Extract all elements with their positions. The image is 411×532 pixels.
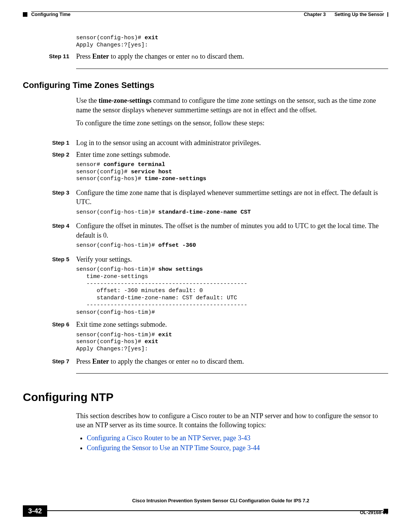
running-footer: Cisco Intrusion Prevention System Sensor…	[23, 498, 388, 517]
step-text: to apply the changes or enter	[109, 358, 191, 365]
tz-step-6: Step 6 Exit time zone settings submode. …	[23, 320, 388, 353]
code-prompt: sensor(config-hos)#	[76, 176, 145, 182]
footer-book-title: Cisco Intrusion Prevention System Sensor…	[53, 498, 388, 504]
code-prompt: sensor(config-hos-tim)#	[76, 242, 158, 249]
header-chapter-label: Chapter 3	[304, 11, 326, 18]
header-section: Configuring Time	[31, 11, 70, 18]
step-text: Press	[76, 358, 92, 365]
code-prompt: sensor(config-hos)#	[76, 35, 145, 41]
step-text: Exit time zone settings submode.	[76, 320, 388, 329]
heading-ntp: Configuring NTP	[23, 390, 388, 405]
code-prompt: sensor(config)#	[76, 169, 131, 175]
code-prompt: sensor(config-hos-tim)#	[76, 209, 158, 216]
header-bar-icon	[387, 12, 389, 17]
step-text: Press	[76, 53, 92, 60]
xref-link-ntp-sensor[interactable]: Configuring the Sensor to Use an NTP Tim…	[87, 444, 260, 452]
code-prompt: sensor(config-hos-tim)#	[76, 332, 158, 338]
code-prompt: Apply Changes:?[yes]:	[76, 346, 148, 352]
inline-mono: no	[191, 54, 198, 61]
header-square-icon	[23, 12, 27, 17]
doc-number: OL-29168-01	[360, 510, 388, 516]
step-text: to discard them.	[198, 53, 244, 60]
code-cmd: exit	[158, 332, 172, 338]
inline-bold: Enter	[92, 358, 109, 365]
tz-step-1: Step 1 Log in to the sensor using an acc…	[23, 138, 388, 147]
heading-tz-settings: Configuring Time Zones Settings	[23, 80, 388, 91]
step-label: Step 4	[23, 221, 76, 249]
step-text: to apply the changes or enter	[109, 53, 191, 60]
code-cmd: time-zone-settings	[145, 176, 206, 182]
step-label: Step 5	[23, 255, 76, 316]
code-prompt: sensor(config-hos)#	[76, 339, 145, 345]
ntp-para: This section describes how to configure …	[76, 411, 388, 430]
code-cmd: exit	[145, 35, 158, 41]
step-text: Log in to the sensor using an account wi…	[76, 139, 261, 147]
tz-para-1: Use the time-zone-settings command to co…	[76, 96, 388, 115]
code-cmd: show settings	[158, 266, 203, 273]
inline-mono: no	[191, 359, 198, 366]
step-label: Step 7	[23, 357, 76, 366]
tz-para-2: To configure the time zone settings on t…	[76, 118, 388, 128]
tz-step-5: Step 5 Verify your settings. sensor(conf…	[23, 255, 388, 316]
code-cmd: service host	[131, 169, 172, 175]
tz-step-3: Step 3 Configure the time zone name that…	[23, 188, 388, 216]
section-divider	[76, 373, 388, 374]
page-number-badge: 3-42	[23, 505, 47, 517]
step-text: Enter time zone settings submode.	[76, 150, 388, 159]
list-item: Configuring a Cisco Router to be an NTP …	[87, 433, 388, 443]
ntp-topic-list: Configuring a Cisco Router to be an NTP …	[76, 433, 388, 453]
tz-step-4: Step 4 Configure the offset in minutes. …	[23, 221, 388, 249]
code-output: time-zone-settings ---------------------…	[76, 273, 388, 316]
code-prompt: Apply Changes:?[yes]:	[76, 42, 148, 48]
step-text: to discard them.	[198, 358, 244, 365]
step-label: Step 2	[23, 150, 76, 183]
step-11: Step 11 Press Enter to apply the changes…	[23, 52, 388, 61]
step-label: Step 11	[23, 52, 76, 61]
step-label: Step 1	[23, 138, 76, 147]
list-item: Configuring the Sensor to Use an NTP Tim…	[87, 443, 388, 452]
code-cmd: exit	[145, 339, 158, 345]
section-divider	[76, 69, 388, 69]
code-cmd: configure terminal	[104, 161, 165, 168]
step-text: Configure the offset in minutes. The off…	[76, 221, 388, 240]
step-label: Step 6	[23, 320, 76, 353]
xref-link-ntp-router[interactable]: Configuring a Cisco Router to be an NTP …	[87, 434, 250, 442]
code-cmd: standard-time-zone-name CST	[158, 209, 251, 216]
code-prompt: sensor#	[76, 161, 104, 168]
step-text: Verify your settings.	[76, 255, 388, 264]
page: Configuring Time Chapter 3 Setting Up th…	[0, 0, 411, 532]
tz-step-2: Step 2 Enter time zone settings submode.…	[23, 150, 388, 183]
inline-bold: Enter	[92, 53, 109, 60]
code-cmd: offset -360	[158, 242, 196, 249]
code-prompt: sensor(config-hos-tim)#	[76, 266, 158, 273]
step-label: Step 3	[23, 188, 76, 216]
header-chapter-title: Setting Up the Sensor	[335, 11, 384, 18]
tz-step-7: Step 7 Press Enter to apply the changes …	[23, 357, 388, 366]
carryover-code: sensor(config-hos)# exit Apply Changes:?…	[76, 35, 388, 49]
step-text: Configure the time zone name that is dis…	[76, 188, 388, 207]
